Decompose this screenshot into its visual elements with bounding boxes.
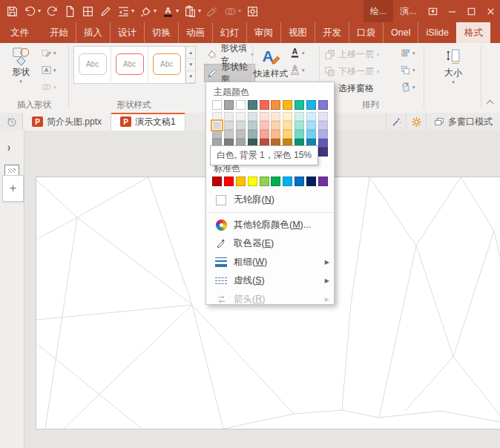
- wand-button[interactable]: [386, 113, 406, 131]
- theme-color-swatch[interactable]: [212, 100, 222, 110]
- standard-color-swatch[interactable]: [260, 177, 269, 186]
- fit-window-button[interactable]: [246, 5, 259, 18]
- theme-color-swatch[interactable]: [260, 100, 269, 110]
- tab-Onel[interactable]: Onel: [383, 22, 418, 43]
- font-color-button[interactable]: A▾: [162, 5, 179, 18]
- menu-item-无轮廓[interactable]: 无轮廓(N): [206, 191, 334, 209]
- menu-item-取色器[interactable]: 取色器(E): [206, 234, 334, 253]
- theme-tint-swatch[interactable]: [283, 130, 292, 139]
- document-tab[interactable]: P简介头图.pptx: [23, 113, 111, 131]
- tab-审阅[interactable]: 审阅: [246, 22, 280, 43]
- edit-shape-button[interactable]: ▾: [41, 47, 56, 59]
- theme-tint-swatch[interactable]: [260, 112, 269, 121]
- size-button[interactable]: 大小 ▾: [434, 47, 473, 85]
- tab-开始[interactable]: 开始: [42, 22, 76, 43]
- theme-tint-swatch[interactable]: [271, 121, 280, 130]
- theme-tint-swatch[interactable]: [212, 121, 222, 130]
- pen-button[interactable]: [99, 5, 112, 18]
- theme-tint-swatch[interactable]: [260, 121, 269, 130]
- theme-color-swatch[interactable]: [283, 100, 292, 110]
- theme-tint-swatch[interactable]: [236, 112, 246, 121]
- theme-color-swatch[interactable]: [318, 100, 328, 110]
- theme-tint-swatch[interactable]: [318, 121, 328, 130]
- standard-color-swatch[interactable]: [318, 177, 328, 186]
- theme-tint-swatch[interactable]: [306, 121, 316, 130]
- standard-color-swatch[interactable]: [283, 177, 292, 186]
- tab-设计[interactable]: 设计: [110, 22, 144, 43]
- gallery-scroll-up[interactable]: ▲: [186, 47, 195, 59]
- shape-style-swatch[interactable]: Abc: [74, 47, 111, 82]
- collapse-ribbon-chevron[interactable]: [486, 99, 495, 105]
- standard-color-swatch[interactable]: [271, 177, 280, 186]
- indent-button[interactable]: ▾: [117, 5, 134, 18]
- tab-切换[interactable]: 切换: [144, 22, 178, 43]
- theme-tint-swatch[interactable]: [295, 130, 304, 139]
- theme-tint-swatch[interactable]: [318, 130, 328, 139]
- expand-panel-chevron[interactable]: ›: [7, 141, 10, 154]
- paste-button[interactable]: ▾: [184, 5, 201, 18]
- standard-color-swatch[interactable]: [224, 177, 234, 186]
- quick-styles-button[interactable]: A 快速样式: [255, 46, 286, 79]
- rotate-button[interactable]: ▾: [400, 82, 415, 93]
- theme-tint-swatch[interactable]: [271, 130, 280, 139]
- theme-tint-swatch[interactable]: [224, 130, 234, 139]
- undo-button[interactable]: ▾: [24, 5, 41, 18]
- document-tab[interactable]: P演示文稿1: [111, 113, 185, 131]
- theme-tint-swatch[interactable]: [224, 112, 234, 121]
- tab-file[interactable]: 文件: [0, 22, 39, 43]
- menu-item-箭头[interactable]: 箭头(R)▶: [206, 290, 334, 309]
- save-button[interactable]: [6, 5, 19, 18]
- multi-window-mode-button[interactable]: 多窗口模式: [426, 113, 500, 131]
- menu-item-其他轮廓颜色[interactable]: 其他轮廓颜色(M)...: [206, 216, 334, 234]
- theme-color-swatch[interactable]: [248, 100, 257, 110]
- theme-tint-swatch[interactable]: [295, 121, 304, 130]
- grid-button[interactable]: [82, 5, 94, 18]
- titlebar-doc-presentation[interactable]: 演...: [393, 0, 423, 22]
- theme-color-swatch[interactable]: [236, 100, 246, 110]
- menu-item-虚线[interactable]: 虚线(S)▶: [206, 271, 334, 290]
- history-button[interactable]: [0, 113, 23, 131]
- tab-动画[interactable]: 动画: [178, 22, 212, 43]
- tab-口袋[interactable]: 口袋: [349, 22, 383, 43]
- theme-tint-swatch[interactable]: [236, 130, 246, 139]
- ribbon-display-options-button[interactable]: [423, 0, 442, 22]
- theme-tint-swatch[interactable]: [283, 112, 292, 121]
- tab-开发[interactable]: 开发: [315, 22, 349, 43]
- shapes-button[interactable]: 形状 ▾: [4, 46, 37, 85]
- theme-tint-swatch[interactable]: [306, 130, 316, 139]
- align-button[interactable]: ▾: [400, 47, 415, 59]
- theme-tint-swatch[interactable]: [260, 130, 269, 139]
- new-slide-button[interactable]: +: [2, 175, 24, 202]
- tab-插入[interactable]: 插入: [76, 22, 110, 43]
- group-button[interactable]: ▾: [400, 65, 415, 76]
- shape-outline-button[interactable]: 形状轮廓▾: [204, 64, 255, 82]
- theme-color-swatch[interactable]: [271, 100, 280, 110]
- theme-tint-swatch[interactable]: [306, 112, 316, 121]
- redo-button[interactable]: [46, 5, 59, 18]
- bring-forward-button[interactable]: 上移一层 ▾: [324, 47, 380, 62]
- gallery-more[interactable]: ▼: [186, 71, 195, 83]
- standard-color-swatch[interactable]: [295, 177, 304, 186]
- theme-tint-swatch[interactable]: [318, 139, 328, 148]
- titlebar-doc-draw[interactable]: 绘...: [364, 0, 393, 22]
- send-backward-button[interactable]: 下移一层 ▾: [324, 64, 380, 79]
- tab-视图[interactable]: 视图: [280, 22, 315, 43]
- minimize-button[interactable]: [442, 0, 461, 22]
- menu-item-粗细[interactable]: 粗细(W)▶: [206, 253, 334, 271]
- standard-color-swatch[interactable]: [248, 177, 257, 186]
- theme-tint-swatch[interactable]: [248, 112, 257, 121]
- shape-style-swatch[interactable]: Abc: [148, 47, 185, 82]
- merge-circles-button[interactable]: ▾: [224, 5, 241, 18]
- standard-color-swatch[interactable]: [236, 177, 246, 186]
- shape-style-swatch[interactable]: Abc: [111, 47, 148, 82]
- theme-tint-swatch[interactable]: [318, 112, 328, 121]
- settings-gear-button[interactable]: [406, 113, 426, 131]
- theme-tint-swatch[interactable]: [318, 148, 328, 157]
- theme-tint-swatch[interactable]: [212, 112, 222, 121]
- theme-tint-swatch[interactable]: [248, 130, 257, 139]
- theme-color-swatch[interactable]: [295, 100, 304, 110]
- new-file-button[interactable]: [64, 5, 76, 18]
- tell-me-box[interactable]: 告诉我...: [493, 22, 500, 43]
- theme-tint-swatch[interactable]: [212, 130, 222, 139]
- theme-color-swatch[interactable]: [224, 100, 234, 110]
